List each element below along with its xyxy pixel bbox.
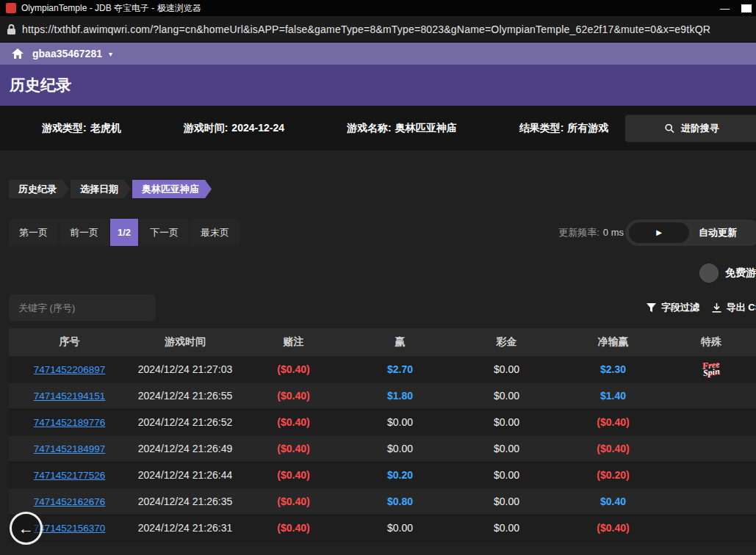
cell-game-time: 2024/12/24 21:26:35 — [130, 488, 240, 515]
serial-link[interactable]: 7471452194151 — [34, 391, 106, 402]
minimize-button[interactable]: — — [720, 4, 730, 13]
cell-net: ($0.40) — [560, 515, 666, 541]
cell-serial: 7471452177526 — [9, 462, 130, 488]
account-dropdown[interactable]: gbaa35467281 — [32, 48, 102, 59]
serial-link[interactable]: 7471452184997 — [34, 443, 106, 454]
cell-win: $0.80 — [347, 488, 453, 515]
column-header-bet: 赌注 — [240, 328, 347, 356]
cell-net: $0.40 — [560, 488, 666, 515]
funnel-icon — [647, 303, 656, 312]
free-games-filter[interactable]: 免费游戏 — [699, 264, 756, 283]
cell-win: $0.00 — [347, 409, 453, 435]
serial-link[interactable]: 7471452156370 — [34, 523, 106, 534]
auto-update-label: 自动更新 — [699, 226, 737, 239]
maximize-button[interactable] — [741, 4, 752, 12]
history-table: 序号 游戏时间 赌注 赢 彩金 净输赢 特殊 74714522068972024… — [9, 328, 756, 542]
back-button[interactable]: ← — [10, 512, 43, 545]
cell-special — [666, 488, 756, 515]
cell-bet: ($0.40) — [240, 488, 347, 515]
cell-net: ($0.40) — [560, 435, 666, 462]
export-csv-button[interactable]: 导出 CSV — [712, 301, 756, 314]
back-arrow-icon: ← — [18, 520, 34, 536]
history-table-body: 74714522068972024/12/24 21:27:03($0.40)$… — [9, 356, 756, 541]
cell-win: $2.70 — [347, 356, 453, 382]
cell-bet: ($0.40) — [240, 382, 347, 409]
download-icon — [712, 303, 721, 313]
breadcrumb-select-date[interactable]: 选择日期 — [71, 180, 131, 198]
free-games-row: 免费游戏 — [9, 262, 756, 284]
cell-net: $2.30 — [560, 356, 666, 382]
column-header-jackpot: 彩金 — [453, 328, 560, 356]
cell-win: $0.00 — [347, 515, 453, 541]
field-filter-button[interactable]: 字段过滤 — [647, 301, 699, 314]
free-games-toggle-circle[interactable] — [699, 264, 719, 283]
column-header-special: 特殊 — [666, 328, 756, 356]
advanced-search-button[interactable]: 进阶搜寻 — [625, 115, 756, 142]
cell-jackpot: $0.00 — [453, 435, 560, 462]
cell-net: ($0.20) — [560, 462, 666, 488]
cell-bet: ($0.40) — [240, 356, 347, 382]
play-button[interactable]: ▶ — [629, 222, 689, 243]
cell-jackpot: $0.00 — [453, 409, 560, 435]
breadcrumb: 历史纪录 选择日期 奥林匹亚神庙 — [9, 150, 756, 198]
cell-jackpot: $0.00 — [453, 515, 560, 541]
table-row: 74714521897762024/12/24 21:26:52($0.40)$… — [9, 409, 756, 435]
url-text[interactable]: https://txthbf.awimqwri.com/?lang=cn&hom… — [22, 23, 710, 35]
serial-link[interactable]: 7471452206897 — [34, 364, 106, 375]
cell-jackpot: $0.00 — [453, 488, 560, 515]
page-title: 历史纪录 — [10, 75, 71, 95]
cell-serial: 7471452189776 — [9, 409, 130, 435]
current-page-indicator: 1/2 — [110, 219, 138, 246]
table-row: 74714521849972024/12/24 21:26:49($0.40)$… — [9, 435, 756, 462]
cell-serial: 7471452162676 — [9, 488, 130, 515]
cell-win: $1.80 — [347, 382, 453, 409]
window-controls: — — [720, 4, 752, 13]
cell-serial: 7471452184997 — [9, 435, 130, 462]
cell-jackpot: $0.00 — [453, 462, 560, 488]
first-page-button[interactable]: 第一页 — [9, 219, 58, 246]
free-games-label: 免费游戏 — [725, 266, 756, 280]
breadcrumb-history[interactable]: 历史纪录 — [9, 180, 69, 198]
window-title: OlympianTemple - JDB 夺宝电子 - 极速浏览器 — [21, 2, 720, 15]
cell-special — [666, 435, 756, 462]
free-spin-badge: FreeSpin — [702, 360, 721, 377]
next-page-button[interactable]: 下一页 — [140, 219, 189, 246]
cell-bet: ($0.40) — [240, 515, 347, 541]
home-icon[interactable] — [12, 48, 24, 59]
auto-update-toggle[interactable]: ▶ 自动更新 — [625, 220, 756, 246]
refresh-rate: 更新频率:0 ms — [558, 226, 624, 239]
table-row: 74714521775262024/12/24 21:26:44($0.40)$… — [9, 462, 756, 488]
browser-address-bar[interactable]: https://txthbf.awimqwri.com/?lang=cn&hom… — [0, 16, 756, 43]
table-header-row: 序号 游戏时间 赌注 赢 彩金 净输赢 特殊 — [9, 328, 756, 356]
chevron-down-icon[interactable]: ▾ — [109, 50, 112, 58]
last-page-button[interactable]: 最末页 — [190, 219, 240, 246]
serial-link[interactable]: 7471452189776 — [34, 417, 106, 428]
table-row: 74714521941512024/12/24 21:26:55($0.40)$… — [9, 382, 756, 409]
table-tools-row: 字段过滤 导出 CSV — [9, 294, 756, 322]
cell-game-time: 2024/12/24 21:26:49 — [130, 435, 240, 462]
serial-link[interactable]: 7471452162676 — [34, 496, 106, 507]
table-row: 74714521563702024/12/24 21:26:31($0.40)$… — [9, 515, 756, 541]
page-title-bar: 历史纪录 — [0, 65, 756, 106]
filter-game-type: 游戏类型:老虎机 — [42, 122, 121, 135]
cell-special — [666, 409, 756, 435]
column-header-game-time: 游戏时间 — [130, 328, 240, 356]
main-content: 历史纪录 选择日期 奥林匹亚神庙 第一页 前一页 1/2 下一页 最末页 更新频… — [0, 150, 756, 542]
cell-game-time: 2024/12/24 21:26:44 — [130, 462, 240, 488]
window-titlebar: OlympianTemple - JDB 夺宝电子 - 极速浏览器 — — [0, 0, 756, 16]
keyword-search-input[interactable] — [9, 294, 156, 321]
account-bar: gbaa35467281 ▾ — [0, 43, 756, 65]
cell-jackpot: $0.00 — [453, 356, 560, 382]
breadcrumb-game-name[interactable]: 奥林匹亚神庙 — [132, 180, 212, 198]
filter-result-type: 结果类型:所有游戏 — [519, 122, 609, 135]
search-icon — [665, 123, 674, 133]
lock-icon — [7, 24, 15, 35]
serial-link[interactable]: 7471452177526 — [34, 470, 106, 481]
cell-bet: ($0.40) — [240, 435, 347, 462]
filter-game-name: 游戏名称:奥林匹亚神庙 — [347, 122, 457, 135]
cell-special: FreeSpin — [666, 356, 756, 382]
prev-page-button[interactable]: 前一页 — [60, 219, 109, 246]
cell-serial: 7471452194151 — [9, 382, 130, 409]
table-row: 74714522068972024/12/24 21:27:03($0.40)$… — [9, 356, 756, 382]
cell-bet: ($0.40) — [240, 409, 347, 435]
